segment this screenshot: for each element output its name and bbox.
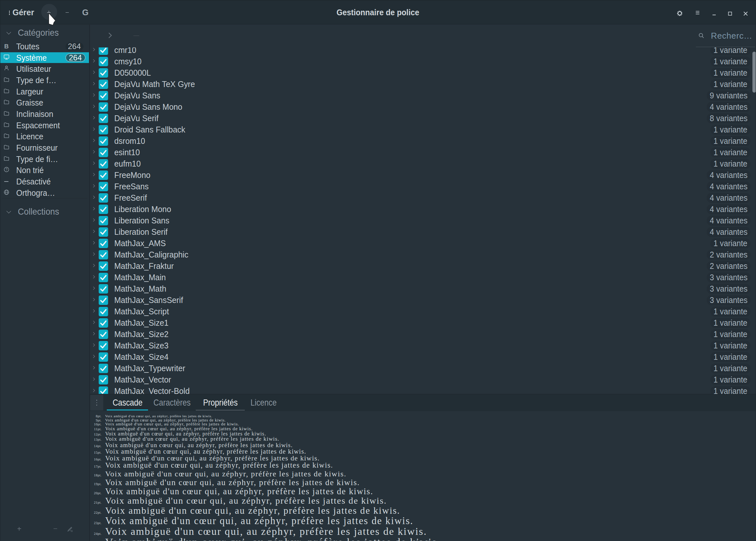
svg-text:?: ?: [6, 168, 7, 172]
